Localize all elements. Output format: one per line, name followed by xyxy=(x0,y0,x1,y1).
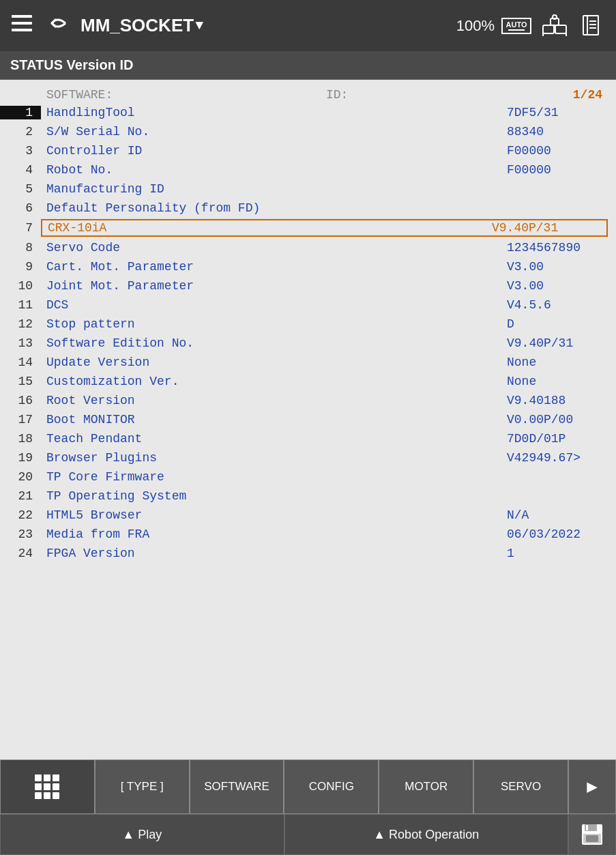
row-value: V9.40P/31 xyxy=(507,336,616,350)
row-number: 19 xyxy=(0,451,41,465)
row-number: 17 xyxy=(0,413,41,426)
table-rows-container: 1HandlingTool7DF5/312S/W Serial No.88340… xyxy=(0,103,616,563)
table-row: 4Robot No.F00000 xyxy=(0,160,616,179)
row-name: Update Version xyxy=(41,356,507,369)
table-row: 10Joint Mot. ParameterV3.00 xyxy=(0,276,616,295)
page-indicator: 1/24 xyxy=(440,87,616,103)
row-value: 88340 xyxy=(507,125,616,139)
row-value: V0.00P/00 xyxy=(507,413,616,426)
row-name: S/W Serial No. xyxy=(41,125,507,139)
row-number: 15 xyxy=(0,375,41,388)
table-row: 7CRX-10iAV9.40P/31 xyxy=(0,218,616,238)
version-table: SOFTWARE: ID: 1/24 xyxy=(0,87,616,103)
menu-icon[interactable] xyxy=(7,15,37,37)
table-row: 5Manufacturing ID xyxy=(0,179,616,199)
row-value: 7DF5/31 xyxy=(507,106,616,119)
config-button[interactable]: CONFIG xyxy=(284,759,379,814)
row-value: 1234567890 xyxy=(507,241,616,255)
row-value: V3.00 xyxy=(507,279,616,293)
table-row: 15Customization Ver.None xyxy=(0,372,616,391)
row-number: 10 xyxy=(0,279,41,293)
table-row: 11DCSV4.5.6 xyxy=(0,295,616,315)
function-bar: [ TYPE ] SOFTWARE CONFIG MOTOR SERVO ▶ xyxy=(0,759,616,814)
row-number: 11 xyxy=(0,298,41,312)
row-value: F00000 xyxy=(507,144,616,158)
table-row: 9Cart. Mot. ParameterV3.00 xyxy=(0,257,616,276)
row-name: Boot MONITOR xyxy=(41,413,507,426)
svg-rect-2 xyxy=(12,29,32,31)
row-number: 18 xyxy=(0,432,41,446)
table-row: 2S/W Serial No.88340 xyxy=(0,122,616,141)
row-name: Robot No. xyxy=(41,163,507,177)
robot-status-icon[interactable] xyxy=(538,10,571,42)
row-number: 3 xyxy=(0,144,41,158)
status-bar: STATUS Version ID xyxy=(0,51,616,80)
table-row: 13Software Edition No.V9.40P/31 xyxy=(0,334,616,353)
svg-rect-1 xyxy=(12,22,32,25)
row-name: DCS xyxy=(41,298,507,312)
title-dropdown-arrow[interactable]: ▼ xyxy=(195,18,203,33)
play-button[interactable]: ▲ Play xyxy=(0,814,284,855)
row-number: 12 xyxy=(0,317,41,331)
row-number: 21 xyxy=(0,489,41,503)
grid-icon xyxy=(35,774,59,799)
software-button[interactable]: SOFTWARE xyxy=(190,759,284,814)
top-header: MM_SOCKET ▼ 100% AUTO xyxy=(0,0,616,51)
servo-button[interactable]: SERVO xyxy=(473,759,568,814)
grid-menu-button[interactable] xyxy=(0,759,95,814)
floppy-disk-icon xyxy=(581,823,604,846)
row-value: V9.40188 xyxy=(507,394,616,407)
row-number: 1 xyxy=(0,106,41,119)
row-number: 20 xyxy=(0,470,41,484)
row-name: Cart. Mot. Parameter xyxy=(41,260,507,274)
title-area: MM_SOCKET ▼ xyxy=(80,15,450,36)
table-row: 20TP Core Firmware xyxy=(0,467,616,487)
more-button[interactable]: ▶ xyxy=(568,759,616,814)
row-name: Software Edition No. xyxy=(41,336,507,350)
table-row: 24FPGA Version1 xyxy=(0,544,616,563)
software-col-header: SOFTWARE: xyxy=(41,87,321,103)
back-button[interactable] xyxy=(44,11,74,41)
id-col-header: ID: xyxy=(321,87,440,103)
row-number: 9 xyxy=(0,260,41,274)
row-number: 23 xyxy=(0,527,41,541)
row-name: Default Personality (from FD) xyxy=(41,201,507,215)
row-name: Servo Code xyxy=(41,241,507,255)
row-name: Controller ID xyxy=(41,144,507,158)
motor-button[interactable]: MOTOR xyxy=(379,759,473,814)
row-value: None xyxy=(507,356,616,369)
page-icon[interactable] xyxy=(576,10,609,42)
svg-rect-19 xyxy=(586,825,588,830)
row-value: 7D0D/01P xyxy=(507,432,616,446)
row-name: Media from FRA xyxy=(41,527,507,541)
save-button[interactable] xyxy=(568,814,616,855)
row-number: 8 xyxy=(0,241,41,255)
status-title: STATUS Version ID xyxy=(10,57,133,73)
robot-operation-button[interactable]: ▲ Robot Operation xyxy=(284,814,569,855)
row-name: CRX-10iA xyxy=(48,221,492,235)
row-value: V9.40P/31 xyxy=(492,221,601,235)
table-row: 1HandlingTool7DF5/31 xyxy=(0,103,616,122)
row-value: D xyxy=(507,317,616,331)
table-row: 3Controller IDF00000 xyxy=(0,141,616,160)
table-row: 6Default Personality (from FD) xyxy=(0,199,616,218)
row-value: N/A xyxy=(507,508,616,522)
bottom-bar: ▲ Play ▲ Robot Operation xyxy=(0,814,616,855)
row-value: V3.00 xyxy=(507,260,616,274)
svg-rect-21 xyxy=(586,835,598,842)
row-number: 2 xyxy=(0,125,41,139)
row-number: 22 xyxy=(0,508,41,522)
table-row: 12Stop patternD xyxy=(0,315,616,334)
row-name: TP Core Firmware xyxy=(41,470,507,484)
auto-mode-icon[interactable]: AUTO xyxy=(500,10,533,42)
table-row: 16Root VersionV9.40188 xyxy=(0,391,616,410)
row-value: V42949.67> xyxy=(507,451,616,465)
type-button[interactable]: [ TYPE ] xyxy=(95,759,190,814)
table-row: 18Teach Pendant7D0D/01P xyxy=(0,429,616,448)
row-name: HandlingTool xyxy=(41,106,507,119)
row-value: 1 xyxy=(507,547,616,560)
row-name: TP Operating System xyxy=(41,489,507,503)
row-number: 5 xyxy=(0,182,41,196)
svg-rect-4 xyxy=(555,25,566,33)
row-name: Browser Plugins xyxy=(41,451,507,465)
